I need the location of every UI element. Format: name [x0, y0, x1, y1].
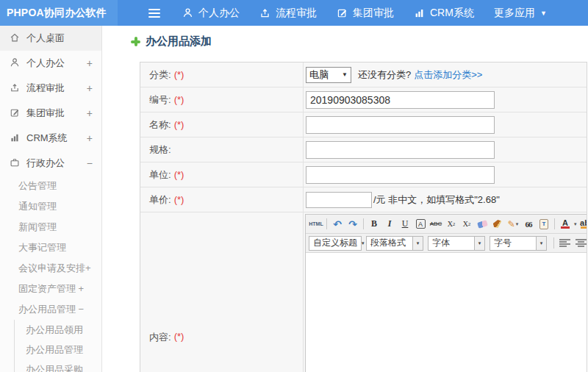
heading-select[interactable]: 自定义标题 ▾ — [309, 236, 362, 251]
name-input[interactable] — [306, 116, 495, 134]
editor-content[interactable] — [306, 253, 587, 372]
rich-text-editor: HTML ↶ ↷ B I U A ABC X2 X2 ∞✎▾ 66 T — [305, 214, 587, 372]
form-row-category: 分类: (*) 电脑 ▼ 还没有分类? 点击添加分类>> — [140, 62, 587, 87]
sidebar-item-announcements[interactable]: 公告管理 — [0, 176, 101, 196]
font-style-button[interactable]: A — [416, 219, 426, 229]
sidebar: 个人桌面 个人办公 + 流程审批 + 集团审批 + CRM系统 + 行政办公 − — [0, 26, 102, 372]
spec-input[interactable] — [306, 141, 495, 159]
sidebar-item-supplies-purchase[interactable]: 办公用品采购 — [15, 360, 101, 372]
office-supplies-submenu: 办公用品领用 办公用品管理 办公用品采购 — [14, 320, 101, 372]
app-logo: PHPOA协同办公软件 — [0, 0, 118, 26]
unit-input[interactable] — [306, 166, 495, 184]
highlight-color-button[interactable]: ab — [578, 217, 587, 232]
workflow-icon — [259, 7, 270, 18]
nav-item-group-approval[interactable]: 集团审批 — [337, 7, 394, 20]
sidebar-item-group-approval[interactable]: 集团审批 + — [0, 101, 101, 126]
name-label: 名称: — [149, 118, 171, 132]
required-marker: (*) — [174, 94, 184, 105]
required-marker: (*) — [174, 331, 184, 342]
sidebar-item-label: 个人办公 — [26, 57, 65, 70]
caret-down-icon: ▾ — [361, 237, 365, 250]
align-left-icon[interactable] — [559, 238, 570, 248]
sidebar-item-desktop[interactable]: 个人桌面 — [0, 26, 101, 51]
redo-icon[interactable]: ↷ — [345, 217, 360, 232]
brush-icon — [492, 219, 503, 229]
required-marker: (*) — [174, 194, 184, 205]
remove-format-button[interactable] — [475, 217, 490, 232]
paragraph-format-select[interactable]: 段落格式 ▾ — [366, 236, 423, 251]
supplies-add-form: 分类: (*) 电脑 ▼ 还没有分类? 点击添加分类>> 编号: (*) 名称:… — [140, 62, 587, 372]
unit-label: 单位: — [149, 168, 171, 182]
expand-plus-icon[interactable]: + — [87, 107, 93, 119]
italic-button[interactable]: I — [382, 217, 397, 232]
edit-icon — [10, 107, 20, 120]
nav-item-personal-office[interactable]: 个人办公 — [182, 7, 240, 20]
expand-plus-icon[interactable]: + — [87, 57, 93, 69]
sidebar-item-label: 集团审批 — [26, 107, 65, 120]
font-size-select[interactable]: 字号 ▾ — [490, 236, 547, 251]
caret-down-icon: ▼ — [540, 10, 547, 17]
caret-down-icon: ▾ — [516, 221, 519, 227]
price-label: 单价: — [149, 193, 171, 207]
expand-plus-icon[interactable]: + — [87, 82, 93, 94]
price-hint: /元 非中文，如填写格式"2.68" — [373, 193, 500, 207]
caret-down-icon: ▼ — [342, 71, 348, 78]
form-row-name: 名称: (*) — [140, 112, 587, 137]
code-label: 编号: — [149, 93, 171, 107]
editor-toolbar-row1: HTML ↶ ↷ B I U A ABC X2 X2 ∞✎▾ 66 T — [306, 215, 587, 234]
font-color-button[interactable]: A — [558, 217, 573, 232]
category-select[interactable]: 电脑 ▼ — [306, 67, 351, 83]
sidebar-item-news[interactable]: 新闻管理 — [0, 217, 101, 237]
sidebar-item-personal-office[interactable]: 个人办公 + — [0, 51, 101, 76]
nav-label: 流程审批 — [276, 7, 317, 20]
add-category-link[interactable]: 点击添加分类>> — [414, 68, 482, 82]
sidebar-item-office-supplies[interactable]: 办公用品管理 − — [0, 299, 101, 320]
price-input[interactable] — [306, 192, 372, 208]
nav-label: 集团审批 — [353, 7, 394, 20]
code-input[interactable] — [306, 91, 495, 109]
user-icon — [182, 7, 193, 18]
home-icon — [10, 32, 20, 45]
font-family-select[interactable]: 字体 ▾ — [428, 236, 485, 251]
hamburger-icon[interactable] — [148, 9, 160, 18]
topbar: PHPOA协同办公软件 个人办公 流程审批 集团审批 CRM系统 — [0, 0, 588, 26]
sidebar-item-label: 流程审批 — [26, 82, 65, 95]
required-marker: (*) — [174, 119, 184, 130]
align-center-icon[interactable] — [576, 238, 587, 248]
nav-item-crm[interactable]: CRM系统 — [414, 7, 474, 20]
sidebar-item-workflow-approval[interactable]: 流程审批 + — [0, 76, 101, 101]
strikethrough-button[interactable]: ABC — [429, 217, 443, 232]
sidebar-item-notices[interactable]: 通知管理 — [0, 196, 101, 217]
form-row-price: 单价: (*) /元 非中文，如填写格式"2.68" — [140, 187, 587, 212]
underline-button[interactable]: U — [398, 217, 412, 232]
sidebar-item-meetings[interactable]: 会议申请及安排+ — [0, 258, 101, 279]
blockquote-button[interactable]: 66 — [521, 217, 536, 232]
caret-down-icon[interactable]: ▾ — [574, 221, 577, 227]
sidebar-item-admin-office[interactable]: 行政办公 − — [0, 151, 101, 176]
caret-down-icon: ▾ — [474, 237, 484, 250]
form-row-unit: 单位: (*) — [140, 162, 587, 187]
superscript-button[interactable]: X2 — [444, 217, 459, 232]
paste-plain-button[interactable]: T — [537, 217, 551, 232]
sidebar-item-crm[interactable]: CRM系统 + — [0, 126, 101, 151]
expand-plus-icon[interactable]: + — [87, 132, 93, 144]
collapse-minus-icon[interactable]: − — [87, 157, 93, 169]
format-painter-button[interactable] — [490, 217, 505, 232]
undo-icon[interactable]: ↶ — [330, 217, 345, 232]
quick-format-button[interactable]: ∞✎▾ — [506, 217, 520, 232]
caret-down-icon: ▾ — [412, 237, 423, 250]
briefcase-icon — [10, 157, 20, 170]
subscript-button[interactable]: X2 — [459, 217, 474, 232]
sidebar-item-supplies-manage[interactable]: 办公用品管理 — [15, 340, 101, 360]
sidebar-item-fixed-assets[interactable]: 固定资产管理 + — [0, 279, 101, 299]
nav-label: CRM系统 — [430, 7, 474, 20]
sidebar-item-supplies-claim[interactable]: 办公用品领用 — [15, 320, 101, 340]
sidebar-item-memorabilia[interactable]: 大事记管理 — [0, 237, 101, 258]
form-row-code: 编号: (*) — [140, 87, 587, 112]
workflow-icon — [10, 82, 20, 95]
nav-item-workflow-approval[interactable]: 流程审批 — [259, 7, 317, 20]
eraser-icon — [477, 220, 488, 229]
bold-button[interactable]: B — [367, 217, 381, 232]
source-code-button[interactable]: HTML — [309, 217, 323, 232]
nav-item-more-apps[interactable]: 更多应用 ▼ — [494, 7, 547, 20]
